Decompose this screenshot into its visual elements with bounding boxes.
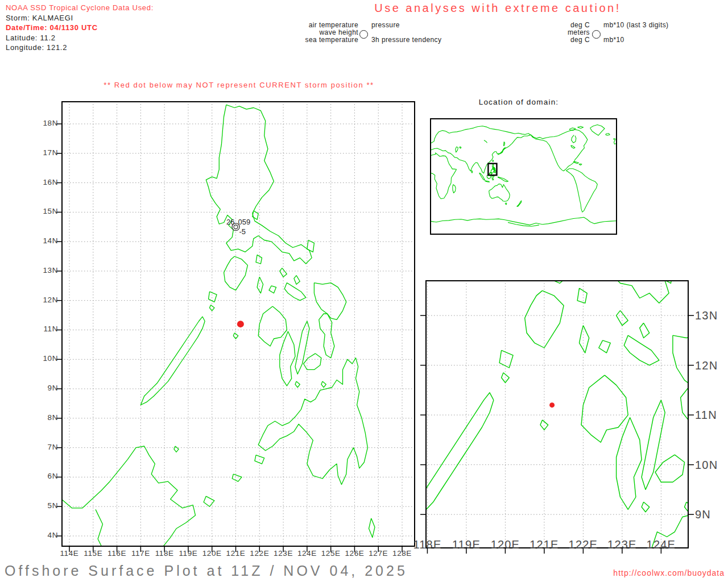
zoom-map-lon-label: 122E	[566, 538, 600, 551]
coastline	[284, 283, 306, 301]
zoom-map	[425, 280, 689, 548]
coastline	[456, 147, 458, 152]
main-map-lat-label: 13N	[33, 266, 58, 275]
storm-name-line: Storm: KALMAEGI	[6, 13, 154, 23]
coastline	[206, 105, 312, 264]
coastline	[304, 354, 321, 370]
main-map-lon-label: 123E	[271, 549, 296, 558]
coastline	[517, 201, 522, 206]
coastline	[430, 126, 530, 173]
main-map-lon-label: 122E	[247, 549, 272, 558]
main-map-lon-label: 114E	[57, 549, 82, 558]
station-air-temperature: 26	[226, 218, 234, 226]
legend-pressure-tendency-units: mb*10	[603, 36, 624, 44]
main-map-lon-label: 124E	[295, 549, 320, 558]
coastline	[430, 153, 457, 199]
coastline	[492, 176, 494, 180]
coastline	[269, 286, 276, 293]
main-map-lon-label: 127E	[366, 549, 391, 558]
zoom-map-lat-label: 12N	[695, 359, 728, 372]
coastline	[471, 171, 473, 173]
storm-datetime-line: Date/Time: 04/1130 UTC	[6, 23, 154, 33]
main-map-lon-label: 116E	[105, 549, 130, 558]
main-map-lon-label: 121E	[224, 549, 249, 558]
zoom-map-lat-label: 11N	[695, 409, 728, 422]
main-map-lon-label: 115E	[81, 549, 106, 558]
main-map-lon-label: 117E	[128, 549, 153, 558]
main-map-lat-label: 18N	[33, 119, 58, 127]
coastline	[599, 340, 611, 353]
station-pressure-tendency: -5	[239, 227, 246, 236]
station-pressure: 059	[238, 218, 251, 226]
main-map-lat-label: 8N	[33, 413, 58, 422]
main-map-lat-label: 16N	[33, 178, 58, 186]
storm-position-dot	[549, 402, 555, 408]
main-map-lat-label: 4N	[33, 531, 58, 539]
coastline	[642, 400, 665, 490]
coastline	[204, 496, 214, 506]
coastline	[581, 375, 628, 442]
zoom-map-lon-label: 120E	[488, 538, 522, 551]
zoom-map-lat-label: 9N	[695, 508, 728, 521]
domain-inset-title: Location of domain:	[428, 98, 610, 106]
station-circle-icon	[359, 30, 368, 39]
coastline	[258, 358, 367, 485]
coastline	[508, 222, 539, 226]
coastline	[640, 323, 650, 338]
main-map-lat-label: 15N	[33, 207, 58, 215]
coastline	[319, 314, 334, 358]
storm-info-panel: NOAA SSD Tropical Cyclone Data Used: Sto…	[6, 3, 154, 53]
main-map-lat-label: 10N	[33, 354, 58, 363]
coastline	[566, 169, 597, 212]
main-map-lon-label: 119E	[176, 549, 201, 558]
legend-pressure-tendency-label: 3h pressure tendency	[371, 36, 441, 44]
coastline	[624, 335, 659, 365]
coastline	[485, 181, 489, 182]
coastline	[224, 256, 248, 290]
coastline	[606, 134, 610, 135]
map-layers	[430, 124, 617, 226]
coastline	[580, 326, 589, 353]
storm-longitude-line: Longitude: 121.2	[6, 43, 154, 53]
coastline	[525, 290, 564, 348]
coastline	[232, 474, 242, 481]
main-map-lat-label: 9N	[33, 384, 58, 392]
zoom-map-lon-label: 124E	[644, 538, 678, 551]
legend-sea-temperature-units: deg C	[544, 36, 590, 44]
zoom-map-lon-label: 118E	[410, 538, 444, 551]
coastline	[573, 161, 578, 163]
zoom-map-lon-label: 119E	[449, 538, 483, 551]
plot-title: Offshore Surface Plot at 11Z / NOV 04, 2…	[5, 563, 533, 579]
main-map-lon-label: 118E	[152, 549, 177, 558]
coastline	[280, 331, 295, 386]
coastline	[307, 240, 315, 252]
station-circle-icon	[592, 30, 601, 39]
coastline	[258, 306, 287, 346]
coastline	[60, 446, 195, 556]
legend-pressure-units: mb*10 (last 3 digits)	[603, 22, 668, 29]
coastline	[489, 184, 510, 202]
storm-latitude-line: Latitude: 11.2	[6, 33, 154, 43]
coastline	[484, 140, 487, 143]
main-map-lat-label: 6N	[33, 472, 58, 480]
coastline	[460, 147, 461, 148]
coastline	[571, 146, 575, 148]
coastline	[479, 173, 485, 180]
coastline	[498, 177, 508, 182]
coastline	[572, 135, 576, 143]
coastline	[506, 203, 507, 205]
coastline	[681, 388, 706, 462]
zoom-map-lon-label: 123E	[605, 538, 639, 551]
coastline	[504, 142, 505, 146]
coastline	[430, 217, 617, 225]
coastline	[253, 211, 258, 220]
coastline	[581, 462, 728, 582]
coastline	[257, 277, 263, 293]
coastline	[453, 185, 456, 193]
source-url: http://coolwx.com/buoydata	[562, 568, 725, 577]
coastline	[96, 509, 105, 554]
coastline	[617, 418, 642, 510]
main-map-lat-label: 5N	[33, 501, 58, 510]
main-map-lon-label: 125E	[318, 549, 344, 558]
zoom-map-lon-label: 121E	[527, 538, 561, 551]
